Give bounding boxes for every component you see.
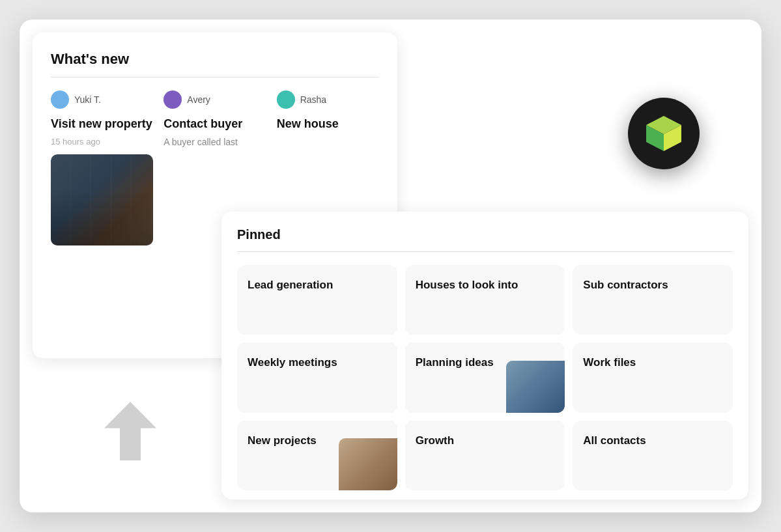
pinned-item-weekly-meetings[interactable]: Weekly meetings <box>237 343 397 412</box>
pinned-label-lead-generation: Lead generation <box>248 278 333 292</box>
kitchen-photo <box>51 154 153 245</box>
activity-image-kitchen <box>51 154 153 245</box>
pinned-title: Pinned <box>237 227 733 242</box>
pinned-label-work-files: Work files <box>583 356 636 370</box>
pinned-item-all-contacts[interactable]: All contacts <box>573 421 733 490</box>
pinned-label-all-contacts: All contacts <box>583 434 646 448</box>
avatar-avery <box>163 91 182 109</box>
user-name-rasha: Rasha <box>300 94 326 105</box>
pinned-grid: Lead generation Houses to look into Sub … <box>237 265 733 490</box>
activity-title-contact: Contact buyer <box>163 117 266 132</box>
pinned-item-growth[interactable]: Growth <box>405 421 565 490</box>
pinned-item-lead-generation[interactable]: Lead generation <box>237 265 397 335</box>
pinned-label-new-projects: New projects <box>248 434 317 448</box>
cube-icon <box>641 111 687 156</box>
workspace-photo <box>339 438 397 490</box>
pinned-divider <box>237 251 733 252</box>
user-name-avery: Avery <box>187 94 210 105</box>
user-row-rasha: Rasha <box>277 91 379 109</box>
planning-ideas-image <box>506 361 565 413</box>
logo-cube <box>628 98 700 169</box>
activity-subtitle-contact: A buyer called last <box>163 137 266 147</box>
arrow-icon <box>104 402 156 460</box>
whats-new-divider <box>51 77 379 77</box>
avatar-rasha <box>277 91 295 109</box>
pinned-label-houses: Houses to look into <box>416 278 518 292</box>
main-container: What's new Yuki T. Visit new property 15… <box>20 20 761 512</box>
pinned-item-work-files[interactable]: Work files <box>573 343 733 412</box>
user-row-yuki: Yuki T. <box>51 91 153 109</box>
activity-card-visit-property[interactable]: Yuki T. Visit new property 15 hours ago <box>51 91 153 245</box>
pinned-label-growth: Growth <box>416 434 455 448</box>
pinned-item-sub-contractors[interactable]: Sub contractors <box>573 265 733 335</box>
pinned-item-new-projects[interactable]: New projects <box>237 421 397 490</box>
activity-title-house: New house <box>277 117 379 132</box>
upload-arrow <box>104 402 156 460</box>
pinned-label-planning-ideas: Planning ideas <box>416 356 494 370</box>
pinned-item-planning-ideas[interactable]: Planning ideas <box>405 343 565 412</box>
activity-time-visit: 15 hours ago <box>51 137 153 147</box>
new-projects-image <box>339 438 397 490</box>
pinned-item-houses[interactable]: Houses to look into <box>405 265 565 335</box>
user-name-yuki: Yuki T. <box>74 94 101 105</box>
activity-title-visit: Visit new property <box>51 117 153 132</box>
pinned-panel: Pinned Lead generation Houses to look in… <box>221 212 748 499</box>
avatar-yuki <box>51 91 69 109</box>
user-row-avery: Avery <box>163 91 266 109</box>
whats-new-title: What's new <box>51 51 379 68</box>
pinned-label-weekly-meetings: Weekly meetings <box>248 356 337 370</box>
house-photo <box>506 361 565 413</box>
pinned-label-sub-contractors: Sub contractors <box>583 278 668 292</box>
